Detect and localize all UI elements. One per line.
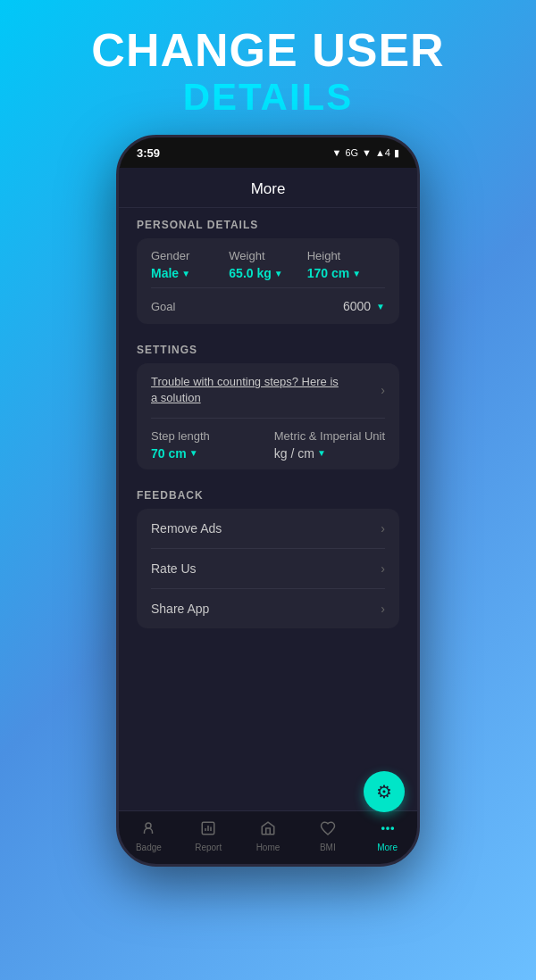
report-icon xyxy=(200,820,216,841)
unit-field[interactable]: Metric & Imperial Unit kg / cm ▼ xyxy=(274,429,385,461)
rate-us-chevron-icon: › xyxy=(381,561,385,576)
nav-bmi-label: BMI xyxy=(320,843,336,852)
remove-ads-chevron-icon: › xyxy=(381,521,385,536)
nav-home-label: Home xyxy=(256,843,281,852)
weight-dropdown-icon: ▼ xyxy=(274,269,283,278)
nav-report[interactable]: Report xyxy=(179,820,239,856)
nav-badge-label: Badge xyxy=(136,843,162,852)
unit-dropdown-icon: ▼ xyxy=(317,448,326,458)
phone-frame: 3:59 ▼ 6G ▼ ▲4 ▮ More PERSONAL DETAILS xyxy=(116,135,420,867)
phone-frame-wrapper: 3:59 ▼ 6G ▼ ▲4 ▮ More PERSONAL DETAILS xyxy=(116,135,420,867)
weight-label: Weight xyxy=(229,249,306,262)
settings-header: SETTINGS xyxy=(137,344,399,356)
network-icon: 6G xyxy=(345,147,358,158)
feedback-card: Remove Ads › Rate Us › Share App › xyxy=(137,509,399,628)
app-topbar-title: More xyxy=(251,180,286,197)
personal-details-section: PERSONAL DETAILS Gender Male ▼ Weight xyxy=(119,208,417,324)
trouble-text: Trouble with counting steps? Here is a s… xyxy=(151,374,348,406)
home-icon xyxy=(260,820,276,841)
nav-more-label: More xyxy=(377,843,398,852)
more-icon xyxy=(380,820,396,841)
bmi-icon xyxy=(320,820,336,841)
unit-label: Metric & Imperial Unit xyxy=(274,429,385,443)
goal-label: Goal xyxy=(151,300,175,313)
nav-more[interactable]: More xyxy=(357,820,417,856)
settings-card: Trouble with counting steps? Here is a s… xyxy=(137,363,399,469)
status-icons: ▼ 6G ▼ ▲4 ▮ xyxy=(332,147,399,159)
nav-report-label: Report xyxy=(195,843,222,852)
svg-point-2 xyxy=(381,827,383,829)
goal-value: 6000 ▼ xyxy=(343,299,385,313)
signal-bars-icon: ▲4 xyxy=(375,147,390,158)
share-app-chevron-icon: › xyxy=(381,602,385,616)
feedback-section: FEEDBACK Remove Ads › Rate Us › Share Ap… xyxy=(119,478,417,628)
signal-icon: ▼ xyxy=(332,147,342,158)
weight-field[interactable]: Weight 65.0 kg ▼ xyxy=(229,249,306,280)
phone-side-button xyxy=(418,280,420,325)
height-field[interactable]: Height 170 cm ▼ xyxy=(307,249,385,280)
app-topbar: More xyxy=(119,168,417,208)
wifi-icon: ▼ xyxy=(362,147,372,158)
height-label: Height xyxy=(307,249,385,262)
badge-icon xyxy=(140,820,156,841)
unit-value: kg / cm ▼ xyxy=(274,446,385,461)
personal-details-header: PERSONAL DETAILS xyxy=(137,219,399,231)
gender-label: Gender xyxy=(151,249,229,262)
trouble-row[interactable]: Trouble with counting steps? Here is a s… xyxy=(137,363,399,417)
settings-fab[interactable]: ⚙ xyxy=(364,771,405,812)
feedback-header: FEEDBACK xyxy=(137,489,399,502)
settings-fab-icon: ⚙ xyxy=(376,781,392,802)
bottom-navigation: Badge Report Home xyxy=(119,810,417,864)
svg-point-3 xyxy=(386,827,388,829)
step-length-label: Step length xyxy=(151,429,210,443)
nav-home[interactable]: Home xyxy=(239,820,298,856)
goal-dropdown-icon: ▼ xyxy=(376,302,385,311)
height-value: 170 cm ▼ xyxy=(307,266,385,280)
svg-point-0 xyxy=(146,823,151,828)
rate-us-label: Rate Us xyxy=(151,561,197,576)
header-section: CHANGE USER DETAILS xyxy=(91,0,444,135)
bottom-spacer xyxy=(119,637,417,709)
gender-value: Male ▼ xyxy=(151,266,229,280)
gender-dropdown-icon: ▼ xyxy=(181,269,190,278)
remove-ads-label: Remove Ads xyxy=(151,521,222,536)
header-title: CHANGE USER xyxy=(91,25,444,76)
goal-row[interactable]: Goal 6000 ▼ xyxy=(137,288,399,324)
status-bar: 3:59 ▼ 6G ▼ ▲4 ▮ xyxy=(119,137,417,168)
header-subtitle: DETAILS xyxy=(91,76,444,119)
feedback-share-app[interactable]: Share App › xyxy=(137,589,399,628)
feedback-remove-ads[interactable]: Remove Ads › xyxy=(137,509,399,548)
step-row: Step length 70 cm ▼ Metric & Imperial Un… xyxy=(137,419,399,469)
step-length-field[interactable]: Step length 70 cm ▼ xyxy=(151,429,210,461)
status-time: 3:59 xyxy=(137,146,160,160)
share-app-label: Share App xyxy=(151,602,209,616)
weight-value: 65.0 kg ▼ xyxy=(229,266,306,280)
personal-details-card: Gender Male ▼ Weight 65.0 kg ▼ xyxy=(137,238,399,324)
personal-fields-row: Gender Male ▼ Weight 65.0 kg ▼ xyxy=(137,238,399,287)
settings-section: SETTINGS Trouble with counting steps? He… xyxy=(119,333,417,469)
height-dropdown-icon: ▼ xyxy=(352,269,361,278)
svg-point-4 xyxy=(391,827,393,829)
battery-icon: ▮ xyxy=(394,147,399,159)
step-dropdown-icon: ▼ xyxy=(189,448,198,458)
nav-bmi[interactable]: BMI xyxy=(297,820,357,856)
gender-field[interactable]: Gender Male ▼ xyxy=(151,249,229,280)
feedback-rate-us[interactable]: Rate Us › xyxy=(137,549,399,588)
screen-content: More PERSONAL DETAILS Gender Male ▼ xyxy=(119,168,417,864)
trouble-chevron-icon: › xyxy=(381,383,385,397)
step-length-value: 70 cm ▼ xyxy=(151,446,210,461)
nav-badge[interactable]: Badge xyxy=(119,820,179,856)
